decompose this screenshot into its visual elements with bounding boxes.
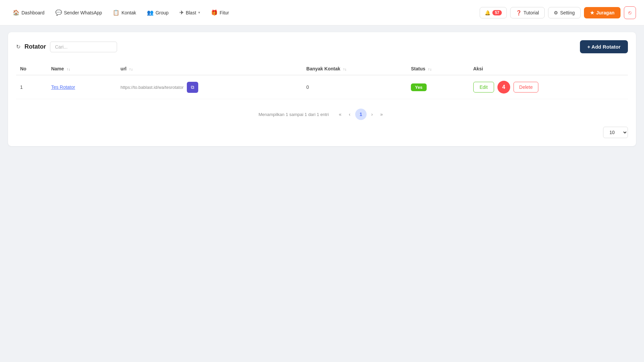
col-name[interactable]: Name ↑↓: [47, 63, 116, 75]
prev-page-button[interactable]: ‹: [346, 110, 353, 119]
nav-item-dashboard[interactable]: 🏠 Dashboard: [8, 7, 49, 18]
notification-button[interactable]: 🔔 57: [480, 7, 506, 18]
next-page-button[interactable]: ›: [369, 110, 376, 119]
logout-icon: ⎋: [628, 10, 632, 16]
add-rotator-button[interactable]: + Add Rotator: [580, 40, 628, 53]
cell-aksi: Edit 4 Delete: [469, 75, 628, 99]
copy-url-button[interactable]: ⧉: [187, 82, 198, 93]
per-page-select[interactable]: 102550100: [603, 127, 628, 138]
pagination-info: Menampilkan 1 sampai 1 dari 1 entri: [259, 112, 329, 117]
nav-fitur-label: Fitur: [220, 10, 229, 15]
notification-badge: 57: [492, 10, 501, 15]
sort-kontak-icon: ↑↓: [343, 67, 346, 71]
copy-icon: ⧉: [191, 84, 194, 90]
url-text: https://to.bablast.id/wa/tesrotator: [120, 85, 183, 90]
star-icon: ★: [590, 10, 594, 15]
card-header: ↻ Rotator + Add Rotator: [16, 40, 628, 53]
nav-left: 🏠 Dashboard 💬 Sender WhatsApp 📋 Kontak 👥…: [8, 7, 477, 18]
setting-button[interactable]: ⚙ Setting: [548, 7, 581, 18]
nav-sender-label: Sender WhatsApp: [64, 10, 102, 15]
rotator-table: No Name ↑↓ url ↑↓ Banyak Kontak ↑↓ Statu…: [16, 63, 628, 99]
navbar: 🏠 Dashboard 💬 Sender WhatsApp 📋 Kontak 👥…: [0, 0, 644, 25]
cell-no: 1: [16, 75, 47, 99]
first-page-button[interactable]: «: [336, 110, 344, 119]
cell-banyak-kontak: 0: [302, 75, 407, 99]
table-row: 1 Tes Rotator https://to.bablast.id/wa/t…: [16, 75, 628, 99]
table-header-row: No Name ↑↓ url ↑↓ Banyak Kontak ↑↓ Statu…: [16, 63, 628, 75]
blast-icon: ✈: [179, 9, 184, 16]
sort-url-icon: ↑↓: [129, 67, 133, 71]
setting-label: Setting: [560, 10, 575, 15]
rotator-card: ↻ Rotator + Add Rotator No Name ↑↓ url ↑…: [8, 32, 636, 146]
page-title: Rotator: [24, 43, 46, 50]
sort-name-icon: ↑↓: [66, 67, 70, 71]
gear-icon: ⚙: [554, 10, 558, 15]
page-1-button[interactable]: 1: [355, 109, 367, 120]
search-input[interactable]: [50, 42, 117, 52]
col-status[interactable]: Status ↑↓: [407, 63, 469, 75]
whatsapp-icon: 💬: [55, 9, 62, 16]
juragan-button[interactable]: ★ Juragan: [584, 7, 621, 18]
fitur-icon: 🎁: [211, 9, 218, 16]
col-url[interactable]: url ↑↓: [116, 63, 302, 75]
cell-status: Yes: [407, 75, 469, 99]
card-header-left: ↻ Rotator: [16, 42, 117, 52]
nav-item-group[interactable]: 👥 Group: [142, 7, 173, 18]
add-rotator-label: + Add Rotator: [587, 44, 621, 50]
tutorial-button[interactable]: ❓ Tutorial: [510, 7, 545, 18]
col-aksi: Aksi: [469, 63, 628, 75]
status-badge: Yes: [411, 83, 426, 91]
delete-button[interactable]: Delete: [514, 82, 538, 93]
chevron-down-icon: ▾: [198, 10, 200, 15]
nav-item-sender[interactable]: 💬 Sender WhatsApp: [51, 7, 107, 18]
nav-kontak-label: Kontak: [121, 10, 136, 15]
last-page-button[interactable]: »: [377, 110, 385, 119]
nav-item-kontak[interactable]: 📋 Kontak: [108, 7, 141, 18]
tutorial-icon: ❓: [516, 10, 522, 15]
kontak-icon: 📋: [113, 9, 119, 16]
nav-item-blast[interactable]: ✈ Blast ▾: [175, 7, 205, 18]
nav-item-fitur[interactable]: 🎁 Fitur: [206, 7, 234, 18]
nav-blast-label: Blast: [186, 10, 196, 15]
cell-url: https://to.bablast.id/wa/tesrotator ⧉: [116, 75, 302, 99]
col-banyak-kontak[interactable]: Banyak Kontak ↑↓: [302, 63, 407, 75]
cell-name: Tes Rotator: [47, 75, 116, 99]
refresh-icon[interactable]: ↻: [16, 44, 20, 50]
per-page-row: 102550100: [16, 127, 628, 138]
pagination-row: Menampilkan 1 sampai 1 dari 1 entri « ‹ …: [16, 109, 628, 120]
col-no: No: [16, 63, 47, 75]
juragan-label: Juragan: [596, 10, 614, 15]
sort-status-icon: ↑↓: [428, 67, 432, 71]
main-content: ↻ Rotator + Add Rotator No Name ↑↓ url ↑…: [0, 25, 644, 153]
rotator-name-link[interactable]: Tes Rotator: [51, 84, 75, 90]
counter-button[interactable]: 4: [497, 81, 510, 94]
group-icon: 👥: [147, 9, 154, 16]
bell-icon: 🔔: [485, 10, 490, 15]
tutorial-label: Tutorial: [524, 10, 539, 15]
nav-right: 🔔 57 ❓ Tutorial ⚙ Setting ★ Juragan ⎋: [480, 6, 636, 19]
logout-button[interactable]: ⎋: [624, 6, 636, 19]
home-icon: 🏠: [13, 9, 19, 16]
nav-group-label: Group: [156, 10, 169, 15]
edit-button[interactable]: Edit: [473, 82, 494, 93]
nav-dashboard-label: Dashboard: [21, 10, 45, 15]
